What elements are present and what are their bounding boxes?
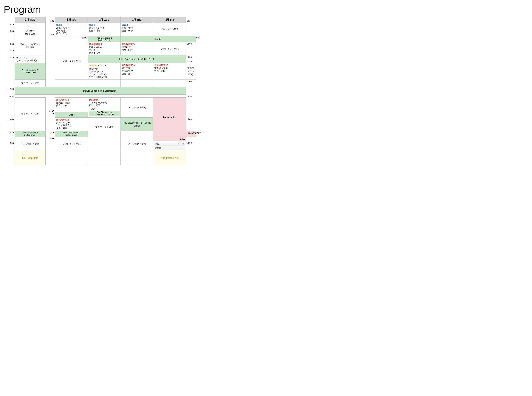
break-wed-thu-fri-2: Free Discussion & Coffee Break	[89, 58, 185, 61]
wed-frontier-3: 最先端研究 Ⅲ 最高エネルギー宇宙線担当：荻尾	[89, 43, 120, 54]
fri-closing: 閉校式	[154, 146, 185, 150]
wed-lecture-2: 講義 Ⅱ ビッグバン宇宙担当：川崎	[89, 24, 120, 32]
mon-reception: 会場受付（Zoom 入室）	[16, 29, 44, 36]
thu-project-2: プロジェクト研究	[122, 142, 152, 145]
header-mon: 3/4 MON	[15, 17, 45, 23]
fri-project-1: プロジェクト研究	[154, 28, 185, 31]
fri-presentation-end: ～17:00	[154, 138, 185, 140]
tue-frontier-2: 最先端研究 Ⅱ 高エネルギーガンマ線天文学担当：吉越	[56, 118, 87, 130]
mon-project-1: プロジェクト研究	[16, 82, 44, 85]
tue-project-1: プロジェクト研究	[56, 59, 87, 63]
header-thu: 3/7 THU	[120, 17, 153, 23]
tue-break-1: Free Discussion &Coffee Break	[89, 37, 120, 41]
thu-frontier-5: 最先端研究 Ⅴ 暗黒物質担当：関谷	[122, 43, 152, 52]
mon-project-3: プロジェクト研究	[16, 142, 44, 145]
tue-frontier-1: 最先端研究 Ⅰ 観測的宇宙論担当：大内	[56, 99, 87, 107]
fri-presentation-1: Presentation	[154, 116, 185, 119]
mon-break-1: Free Discussion &Coffee Break	[16, 69, 45, 74]
fri-presentation-2: Presentation	[187, 132, 195, 134]
mon-opening: 開校式 ガイダンス記念撮影	[16, 43, 44, 48]
fri-project-2: プロジェクト研究	[154, 47, 185, 50]
fri-rest: 休憩～17:30	[154, 142, 185, 146]
thu-project-1: プロジェクト研究	[122, 106, 152, 109]
tue-break-3: Free Discussion &Coffee Break	[56, 132, 87, 136]
tue-lecture-1: 講義 Ⅰ 高エネルギー天体物理担当：浅野	[56, 24, 87, 35]
header-tue: 3/5 TUE	[55, 17, 88, 23]
page-title: Program	[4, 4, 528, 15]
tue-break-2: Break	[56, 114, 87, 116]
wed-project-1: プロジェクト研究	[89, 126, 120, 129]
thu-lecture-3: 講義 Ⅲ 宇宙・素粒子担当：伊部	[122, 24, 152, 32]
break-wed-thu-fri: Break	[121, 38, 195, 40]
header-fri: 3/8 FRI	[153, 17, 186, 23]
tue-project-2: プロジェクト研究	[56, 142, 87, 145]
power-lunch: Power Lunch (Free Discussion)	[17, 89, 184, 92]
tue-optional-guidance: 任意参加 10:30 より 物理学専攻入試ガイダンス（大セミナー室からリモート参…	[89, 64, 120, 79]
wed-frontier-4: 最先端研究 Ⅳ ガンマ線・宇宙線物理担当：浴	[122, 64, 152, 75]
header-wed: 3/6 WED	[88, 17, 120, 23]
mon-project-2: プロジェクト研究	[16, 112, 44, 116]
mon-break-2: Free Discussion &Coffee Break	[16, 132, 45, 136]
thu-break-2: Free Discussion & Coffee Break	[121, 121, 152, 127]
fri-graduation-party: Graduation Party	[155, 156, 184, 159]
thu-frontier-6: 最先端研究 Ⅵ 重力波天文学担当：内山	[154, 64, 185, 72]
wed-special-lecture: 特別講義 ニュートリノ研究担当：梶田 ～14:20 Free Discussio…	[89, 99, 120, 116]
fri-project-3: プロジェクト研究	[187, 67, 195, 76]
mon-get-together: Get Together!	[17, 156, 43, 159]
mon-guidance-project: ガイダンス（プロジェクト研究）	[16, 56, 44, 62]
